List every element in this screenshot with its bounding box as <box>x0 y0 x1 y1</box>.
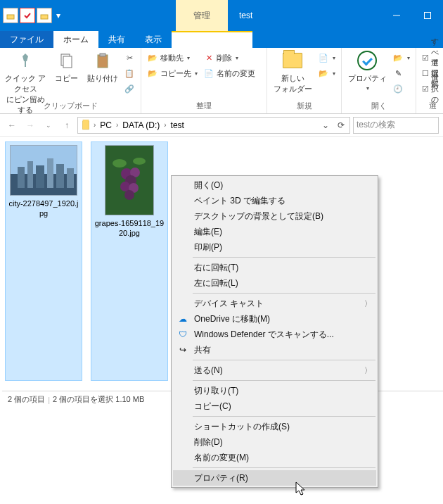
svg-rect-12 <box>27 161 33 188</box>
ribbon-tabs: ファイル ホーム 共有 表示 ピクチャ ツール <box>0 31 443 48</box>
edit-button[interactable]: ✎ <box>391 66 411 80</box>
paste-shortcut-button[interactable]: 🔗 <box>122 82 136 96</box>
ctx-rotate-right[interactable]: 右に回転(T) <box>173 260 376 275</box>
invert-icon: ☑ <box>422 83 429 94</box>
qat-icon-2[interactable] <box>20 8 35 23</box>
maximize-button[interactable] <box>412 0 443 31</box>
svg-rect-13 <box>36 165 44 188</box>
status-count: 2 個の項目 <box>8 394 45 405</box>
breadcrumb-folder[interactable]: test <box>168 120 187 130</box>
thumbnail-grapes <box>105 145 154 215</box>
ctx-rotate-left[interactable]: 左に回転(L) <box>173 275 376 291</box>
svg-point-23 <box>124 190 134 200</box>
chevron-right-icon: 〉 <box>364 298 372 309</box>
new-folder-button[interactable]: 新しい フォルダー <box>271 49 314 94</box>
select-all-icon: ☑ <box>422 52 429 63</box>
properties-button[interactable]: プロパティ▾ <box>346 49 388 92</box>
pin-icon <box>14 49 37 72</box>
copy-to-button[interactable]: 📂コピー先▾ <box>146 66 199 80</box>
svg-rect-16 <box>67 168 74 188</box>
new-item-icon: 📄 <box>318 52 329 63</box>
ctx-rename[interactable]: 名前の変更(M) <box>173 450 376 465</box>
cut-button[interactable]: ✂ <box>122 51 136 65</box>
search-input[interactable]: testの検索 <box>353 117 439 134</box>
file-item[interactable]: grapes-1659118_1920.jpg <box>91 142 167 380</box>
ribbon: クイック アクセス にピン留めする コピー 貼り付け ✂ 📋 🔗 クリップボード… <box>0 48 443 114</box>
invert-selection-button[interactable]: ☑選択の <box>420 82 443 96</box>
group-select: ☑すべて選 ☐選択解 ☑選択の 選 <box>416 48 443 113</box>
breadcrumb-pc[interactable]: PC <box>97 120 115 130</box>
minimize-button[interactable] <box>381 0 412 31</box>
rename-button[interactable]: 📄名前の変更 <box>202 66 262 80</box>
shield-icon: 🛡 <box>177 329 188 340</box>
qat-icon-3[interactable] <box>37 8 52 23</box>
ctx-open[interactable]: 開く(O) <box>173 177 376 193</box>
recent-button[interactable]: ⌄ <box>41 118 56 133</box>
group-label-new: 新規 <box>271 99 337 113</box>
paste-button[interactable]: 貼り付け <box>86 49 120 84</box>
select-none-icon: ☐ <box>422 68 429 79</box>
refresh-icon[interactable]: ⟳ <box>334 120 348 130</box>
move-icon: 📂 <box>147 52 158 63</box>
tab-view[interactable]: 表示 <box>135 31 172 48</box>
back-button[interactable]: ← <box>4 118 20 133</box>
ctx-share[interactable]: ↪共有 <box>173 342 376 358</box>
file-name: city-2278497_1920.jpg <box>8 199 79 219</box>
move-to-button[interactable]: 📂移動先▾ <box>146 51 199 65</box>
svg-rect-7 <box>98 55 108 68</box>
new-item-button[interactable]: 📄▾ <box>316 51 337 65</box>
file-name: grapes-1659118_1920.jpg <box>94 218 165 239</box>
breadcrumb-drive[interactable]: DATA (D:) <box>120 120 162 130</box>
tab-share[interactable]: 共有 <box>98 31 135 48</box>
thumbnail-city <box>10 145 77 196</box>
rename-icon: 📄 <box>203 68 214 79</box>
breadcrumb[interactable]: › PC› DATA (D:)› test ⌄ ⟳ <box>77 117 350 134</box>
tab-file[interactable]: ファイル <box>0 31 53 48</box>
svg-rect-15 <box>56 164 64 188</box>
svg-rect-6 <box>63 56 72 68</box>
title-bar: ▾ 管理 test <box>0 0 443 31</box>
ctx-cast[interactable]: デバイス キャスト〉 <box>173 296 376 311</box>
tab-home[interactable]: ホーム <box>53 31 98 48</box>
up-button[interactable]: ↑ <box>59 118 75 133</box>
history-dropdown-icon[interactable]: ⌄ <box>319 120 333 130</box>
file-item[interactable]: city-2278497_1920.jpg <box>6 142 82 380</box>
ctx-print[interactable]: 印刷(P) <box>173 239 376 255</box>
properties-icon <box>356 49 378 72</box>
ctx-sendto[interactable]: 送る(N)〉 <box>173 363 376 378</box>
folder-icon <box>79 119 92 132</box>
delete-button[interactable]: ✕削除▾ <box>202 51 262 65</box>
delete-icon: ✕ <box>203 52 214 63</box>
edit-icon: ✎ <box>392 68 404 79</box>
copy-button[interactable]: コピー <box>49 49 83 84</box>
svg-rect-1 <box>41 15 48 19</box>
group-organize: 📂移動先▾ 📂コピー先▾ ✕削除▾ 📄名前の変更 整理 <box>141 48 267 113</box>
ctx-copy[interactable]: コピー(C) <box>173 398 376 414</box>
tab-picture-tools[interactable]: ピクチャ ツール <box>172 31 252 48</box>
group-label-organize: 整理 <box>146 99 262 113</box>
ctx-defender[interactable]: 🛡Windows Defender でスキャンする... <box>173 327 376 342</box>
open-with-button[interactable]: 📂▾ <box>391 51 411 65</box>
status-selection: 2 個の項目を選択 1.10 MB <box>53 394 144 405</box>
ctx-onedrive[interactable]: ☁OneDrive に移動(M) <box>173 311 376 327</box>
ctx-delete[interactable]: 削除(D) <box>173 434 376 450</box>
ctx-wallpaper[interactable]: デスクトップの背景として設定(B) <box>173 208 376 224</box>
ctx-cut[interactable]: 切り取り(T) <box>173 383 376 398</box>
copy-path-icon: 📋 <box>124 68 135 79</box>
qat-dropdown-icon[interactable]: ▾ <box>53 11 63 20</box>
ctx-edit[interactable]: 編集(E) <box>173 224 376 239</box>
copy-to-icon: 📂 <box>147 68 158 79</box>
svg-rect-3 <box>425 13 431 19</box>
svg-point-24 <box>113 159 127 168</box>
ctx-shortcut[interactable]: ショートカットの作成(S) <box>173 419 376 434</box>
window-title: test <box>228 0 381 31</box>
copy-path-button[interactable]: 📋 <box>122 66 136 80</box>
easy-access-icon: 📂 <box>318 68 329 79</box>
forward-button[interactable]: → <box>23 118 38 133</box>
qat-icon-1[interactable] <box>3 8 18 23</box>
svg-point-25 <box>133 158 146 165</box>
easy-access-button[interactable]: 📂▾ <box>316 66 337 80</box>
history-button[interactable]: 🕘 <box>391 82 411 96</box>
ctx-paint3d[interactable]: ペイント 3D で編集する <box>173 193 376 208</box>
ctx-properties[interactable]: プロパティ(R) <box>173 470 376 486</box>
